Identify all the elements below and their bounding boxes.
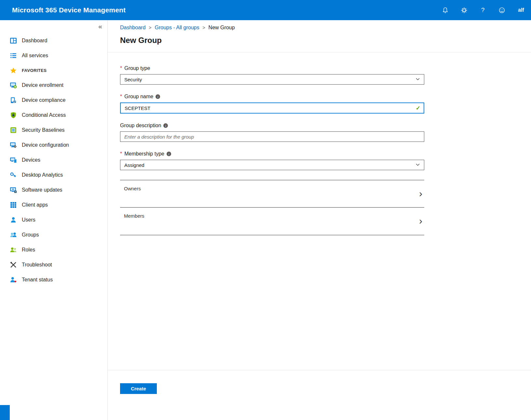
breadcrumb-separator-icon: > — [149, 25, 151, 30]
sidebar-collapse-button[interactable]: « — [98, 23, 102, 30]
footer-divider — [108, 370, 531, 370]
owners-row[interactable]: Owners › — [120, 180, 424, 208]
group-description-field: Group description i — [120, 123, 424, 142]
users-icon — [10, 216, 17, 224]
breadcrumb-current: New Group — [209, 25, 235, 31]
sidebar: « Dashboard All services FAVORITES — [0, 20, 108, 420]
bottom-left-accent — [0, 405, 10, 420]
device-compliance-icon — [10, 97, 17, 104]
feedback-smiley-icon[interactable] — [497, 6, 506, 15]
sidebar-item-troubleshoot[interactable]: Troubleshoot — [0, 257, 107, 272]
sidebar-item-dashboard[interactable]: Dashboard — [0, 33, 107, 48]
new-group-form: * Group type Security * Group name i — [108, 52, 424, 235]
membership-type-label: * Membership type i — [120, 151, 424, 157]
valid-checkmark-icon: ✓ — [416, 105, 420, 112]
sidebar-item-all-services[interactable]: All services — [0, 48, 107, 63]
user-name[interactable]: alf — [518, 7, 526, 13]
sidebar-item-roles[interactable]: Roles — [0, 242, 107, 257]
sidebar-item-software-updates[interactable]: Software updates — [0, 183, 107, 197]
sidebar-item-label: Device compliance — [22, 97, 65, 103]
sidebar-item-label: Device configuration — [22, 142, 69, 148]
tenant-status-icon — [10, 276, 17, 283]
field-label-text: Group type — [124, 65, 150, 71]
breadcrumb-dashboard[interactable]: Dashboard — [120, 25, 145, 31]
required-asterisk: * — [120, 151, 122, 157]
owners-label: Owners — [124, 186, 141, 191]
chevron-down-icon — [415, 77, 420, 82]
sidebar-item-label: Users — [22, 217, 35, 223]
sidebar-item-conditional-access[interactable]: Conditional Access — [0, 108, 107, 123]
sidebar-item-label: Security Baselines — [22, 127, 65, 133]
group-name-label: * Group name i — [120, 94, 424, 100]
group-description-input[interactable] — [120, 132, 424, 142]
sidebar-nav: Dashboard All services FAVORITES Device … — [0, 20, 107, 287]
sidebar-item-desktop-analytics[interactable]: Desktop Analytics — [0, 168, 107, 183]
star-icon — [10, 67, 17, 74]
sidebar-section-label: FAVORITES — [22, 68, 47, 73]
chevron-down-icon — [415, 162, 420, 168]
sidebar-item-label: Device enrollment — [22, 82, 63, 88]
sidebar-item-client-apps[interactable]: Client apps — [0, 197, 107, 212]
sidebar-item-device-configuration[interactable]: Device configuration — [0, 138, 107, 153]
breadcrumb: Dashboard > Groups - All groups > New Gr… — [108, 20, 531, 31]
required-asterisk: * — [120, 65, 122, 71]
main-content: Dashboard > Groups - All groups > New Gr… — [108, 20, 531, 420]
sidebar-item-security-baselines[interactable]: Security Baselines — [0, 123, 107, 138]
software-updates-icon — [10, 186, 17, 194]
group-description-input-wrap — [120, 131, 424, 142]
sidebar-item-tenant-status[interactable]: Tenant status — [0, 272, 107, 287]
group-name-input-wrap: ✓ — [120, 102, 424, 114]
chevron-right-icon: › — [419, 188, 422, 198]
membership-type-field: * Membership type i Assigned — [120, 151, 424, 170]
sidebar-item-devices[interactable]: Devices — [0, 153, 107, 168]
notifications-bell-icon[interactable] — [441, 6, 450, 15]
security-baselines-icon — [10, 127, 17, 134]
sidebar-item-label: Roles — [22, 247, 35, 253]
sidebar-item-label: Groups — [22, 232, 39, 238]
groups-icon — [10, 231, 17, 238]
sidebar-item-label: Devices — [22, 157, 40, 163]
desktop-analytics-icon — [10, 171, 17, 179]
sidebar-section-favorites: FAVORITES — [0, 63, 107, 78]
sidebar-item-groups[interactable]: Groups — [0, 227, 107, 242]
sidebar-item-users[interactable]: Users — [0, 212, 107, 227]
settings-gear-icon[interactable] — [459, 6, 469, 15]
sidebar-item-label: Client apps — [22, 202, 48, 208]
field-label-text: Group name — [124, 94, 153, 100]
create-button[interactable]: Create — [120, 383, 157, 394]
device-enrollment-icon — [10, 82, 17, 89]
picker-sections: Owners › Members › — [120, 180, 424, 235]
dashboard-icon — [10, 37, 17, 44]
all-services-icon — [10, 52, 17, 59]
info-icon[interactable]: i — [156, 94, 160, 99]
members-row[interactable]: Members › — [120, 208, 424, 235]
sidebar-item-label: All services — [22, 53, 48, 59]
breadcrumb-groups-all-groups[interactable]: Groups - All groups — [155, 25, 199, 31]
roles-icon — [10, 246, 17, 253]
sidebar-item-label: Conditional Access — [22, 112, 66, 118]
sidebar-item-device-compliance[interactable]: Device compliance — [0, 93, 107, 108]
membership-type-value: Assigned — [124, 162, 144, 168]
page-layout: « Dashboard All services FAVORITES — [0, 20, 531, 420]
devices-icon — [10, 156, 17, 164]
group-type-select[interactable]: Security — [120, 74, 424, 85]
info-icon[interactable]: i — [167, 152, 171, 156]
field-label-text: Membership type — [124, 151, 164, 157]
sidebar-item-label: Tenant status — [22, 277, 53, 283]
device-configuration-icon — [10, 142, 17, 149]
help-icon[interactable]: ? — [478, 6, 487, 15]
group-name-input[interactable] — [121, 103, 416, 113]
members-label: Members — [124, 213, 144, 219]
info-icon[interactable]: i — [163, 123, 168, 128]
top-bar: Microsoft 365 Device Management ? — [0, 0, 531, 20]
group-type-label: * Group type — [120, 65, 424, 71]
sidebar-item-label: Dashboard — [22, 38, 47, 44]
conditional-access-icon — [10, 112, 17, 119]
field-label-text: Group description — [120, 123, 161, 129]
membership-type-select[interactable]: Assigned — [120, 160, 424, 170]
sidebar-item-device-enrollment[interactable]: Device enrollment — [0, 78, 107, 93]
breadcrumb-separator-icon: > — [202, 25, 205, 30]
client-apps-icon — [10, 201, 17, 209]
group-description-label: Group description i — [120, 123, 424, 129]
troubleshoot-icon — [10, 261, 17, 268]
